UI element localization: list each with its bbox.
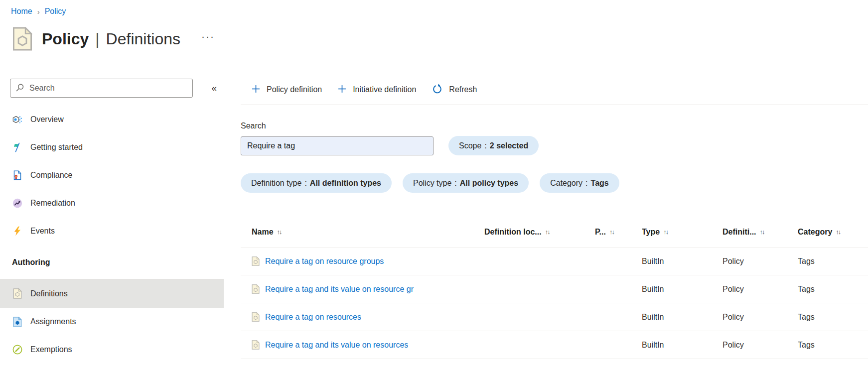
policy-definition-icon xyxy=(252,312,260,322)
sidebar-item-overview[interactable]: Overview xyxy=(0,106,224,133)
table-row[interactable]: Require a tag on resource groups BuiltIn… xyxy=(241,247,868,275)
definition-type-filter-pill[interactable]: Definition type : All definition types xyxy=(241,173,392,193)
sidebar-item-label: Getting started xyxy=(30,143,83,152)
definitions-table: Name ↑↓ Definition loc... ↑↓ P... ↑↓ Typ… xyxy=(241,217,868,359)
definition-link[interactable]: Require a tag and its value on resource … xyxy=(265,285,414,294)
sidebar-item-label: Events xyxy=(30,227,55,236)
table-row[interactable]: Require a tag and its value on resources… xyxy=(241,331,868,359)
breadcrumb-home-link[interactable]: Home xyxy=(11,7,32,16)
pill-value: Tags xyxy=(591,179,609,188)
definitions-icon xyxy=(12,288,23,300)
column-header-type[interactable]: Type ↑↓ xyxy=(642,228,723,237)
sort-icon: ↑↓ xyxy=(836,228,841,236)
scope-filter-pill[interactable]: Scope : 2 selected xyxy=(448,136,539,155)
main-content: Policy definition Initiative definition xyxy=(224,79,868,345)
pill-value: 2 selected xyxy=(490,141,528,150)
sidebar-item-events[interactable]: Events xyxy=(0,217,224,245)
sort-icon: ↑↓ xyxy=(545,228,551,236)
sidebar-item-remediation[interactable]: Remediation xyxy=(0,189,224,217)
sidebar-item-label: Assignments xyxy=(30,317,76,326)
sort-icon: ↑↓ xyxy=(609,228,615,236)
definition-type-cell: Policy xyxy=(723,285,798,294)
definition-type-cell: Policy xyxy=(723,313,798,322)
policy-definitions-page: Home › Policy Policy | Definitions ··· xyxy=(0,0,868,345)
pill-value: All definition types xyxy=(310,179,381,188)
sidebar-item-label: Exemptions xyxy=(30,345,72,354)
column-header-definition-location[interactable]: Definition loc... ↑↓ xyxy=(484,228,595,237)
button-label: Initiative definition xyxy=(353,85,416,94)
plus-icon xyxy=(252,85,260,95)
sort-icon: ↑↓ xyxy=(663,228,669,236)
sidebar-item-exemptions[interactable]: Exemptions xyxy=(0,336,224,364)
page-header: Policy | Definitions ··· xyxy=(12,23,868,55)
policy-type-filter-pill[interactable]: Policy type : All policy types xyxy=(403,173,529,193)
sidebar-search-input[interactable] xyxy=(10,79,193,98)
page-title-resource: Policy xyxy=(42,30,89,48)
sidebar-section-authoring: Authoring xyxy=(12,258,224,268)
type-cell: BuiltIn xyxy=(642,341,723,350)
definition-link[interactable]: Require a tag and its value on resources xyxy=(265,341,408,350)
refresh-button[interactable]: Refresh xyxy=(424,80,485,99)
sidebar-nav: Overview Getting started xyxy=(0,106,224,364)
pill-separator: : xyxy=(304,179,306,188)
type-cell: BuiltIn xyxy=(642,257,723,266)
type-cell: BuiltIn xyxy=(642,313,723,322)
initiative-definition-button[interactable]: Initiative definition xyxy=(330,80,424,99)
button-label: Refresh xyxy=(449,85,477,94)
events-icon xyxy=(12,225,23,237)
refresh-icon xyxy=(432,84,442,96)
breadcrumb: Home › Policy xyxy=(0,0,868,16)
pill-label: Policy type xyxy=(413,179,451,188)
collapse-sidebar-button[interactable]: « xyxy=(211,83,217,94)
compliance-icon xyxy=(12,169,23,181)
definition-link[interactable]: Require a tag on resources xyxy=(265,313,361,322)
column-header-p[interactable]: P... ↑↓ xyxy=(595,228,642,237)
category-cell: Tags xyxy=(798,257,868,266)
definition-link[interactable]: Require a tag on resource groups xyxy=(265,257,384,266)
breadcrumb-policy-link[interactable]: Policy xyxy=(45,7,66,16)
remediation-icon xyxy=(12,197,23,209)
table-row[interactable]: Require a tag and its value on resource … xyxy=(241,275,868,303)
assignments-icon xyxy=(12,316,23,328)
search-icon xyxy=(15,83,24,94)
overview-icon xyxy=(12,114,23,125)
sidebar-item-label: Definitions xyxy=(30,289,68,298)
policy-definition-icon xyxy=(252,256,260,266)
column-label: Category xyxy=(798,228,832,237)
table-header: Name ↑↓ Definition loc... ↑↓ P... ↑↓ Typ… xyxy=(241,217,868,247)
column-header-name[interactable]: Name ↑↓ xyxy=(252,228,484,237)
sort-icon: ↑↓ xyxy=(760,228,765,236)
sidebar: « Overview xyxy=(0,79,224,345)
sidebar-item-assignments[interactable]: Assignments xyxy=(0,308,224,336)
more-options-button[interactable]: ··· xyxy=(201,30,215,42)
sidebar-item-compliance[interactable]: Compliance xyxy=(0,161,224,189)
breadcrumb-chevron-icon: › xyxy=(37,7,40,16)
page-title: Policy | Definitions xyxy=(42,30,180,48)
search-label: Search xyxy=(241,122,868,130)
pill-label: Definition type xyxy=(251,179,301,188)
definition-type-cell: Policy xyxy=(723,257,798,266)
sidebar-search xyxy=(10,79,193,98)
category-cell: Tags xyxy=(798,313,868,322)
sidebar-item-definitions[interactable]: Definitions xyxy=(0,279,224,308)
pill-label: Category xyxy=(550,179,582,188)
page-title-blade: Definitions xyxy=(106,30,180,48)
pill-value: All policy types xyxy=(460,179,518,188)
plus-icon xyxy=(338,85,346,95)
column-header-definition-type[interactable]: Definiti... ↑↓ xyxy=(723,228,798,237)
column-header-category[interactable]: Category ↑↓ xyxy=(798,228,868,237)
column-label: Definiti... xyxy=(723,228,756,237)
command-bar: Policy definition Initiative definition xyxy=(241,79,868,105)
definition-search-input[interactable] xyxy=(241,136,434,155)
pill-label: Scope xyxy=(459,141,481,150)
category-filter-pill[interactable]: Category : Tags xyxy=(540,173,619,193)
sidebar-item-getting-started[interactable]: Getting started xyxy=(0,133,224,161)
policy-definition-button[interactable]: Policy definition xyxy=(244,80,330,99)
table-row[interactable]: Require a tag on resources BuiltIn Polic… xyxy=(241,303,868,331)
sidebar-item-label: Remediation xyxy=(30,199,75,208)
policy-icon xyxy=(12,27,33,51)
page-title-separator: | xyxy=(95,30,99,48)
button-label: Policy definition xyxy=(267,85,322,94)
sort-icon: ↑↓ xyxy=(277,228,283,236)
pill-separator: : xyxy=(484,141,486,150)
